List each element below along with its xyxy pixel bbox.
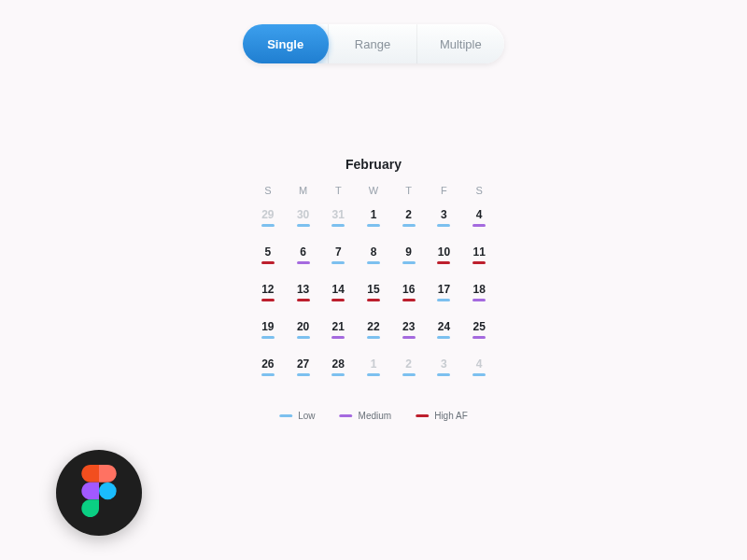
- calendar-day[interactable]: 13: [288, 284, 319, 308]
- intensity-indicator: [331, 299, 345, 301]
- intensity-indicator: [367, 336, 380, 339]
- intensity-indicator: [402, 373, 416, 376]
- intensity-indicator: [367, 261, 380, 264]
- day-number: 4: [476, 209, 483, 220]
- intensity-indicator: [261, 224, 275, 227]
- calendar-day[interactable]: 17: [429, 284, 460, 308]
- day-number: 2: [405, 209, 412, 220]
- intensity-indicator: [437, 373, 450, 376]
- calendar-day[interactable]: 16: [393, 284, 425, 308]
- mode-segmented-control[interactable]: Single Range Multiple: [243, 24, 504, 63]
- weekday-header: T: [322, 185, 354, 196]
- legend-item: High AF: [416, 411, 468, 421]
- intensity-indicator: [472, 336, 486, 339]
- calendar-day[interactable]: 12: [252, 284, 284, 308]
- intensity-indicator: [472, 224, 486, 227]
- weekday-header: T: [393, 185, 425, 196]
- day-number: 14: [332, 284, 345, 295]
- day-number: 18: [472, 284, 485, 295]
- day-number: 1: [371, 209, 377, 220]
- calendar-day[interactable]: 2: [393, 209, 425, 233]
- calendar-day[interactable]: 24: [429, 321, 460, 345]
- tab-range[interactable]: Range: [328, 24, 416, 63]
- calendar-day[interactable]: 14: [322, 284, 354, 308]
- calendar-day[interactable]: 22: [358, 321, 389, 345]
- calendar-day[interactable]: 7: [322, 246, 354, 271]
- calendar-day[interactable]: 10: [429, 246, 460, 271]
- calendar-day[interactable]: 4: [463, 209, 495, 233]
- day-number: 8: [371, 246, 377, 258]
- weekday-header: S: [463, 185, 495, 196]
- day-number: 20: [297, 321, 309, 332]
- calendar-grid: SMTWTFS293031123456789101112131415161718…: [252, 185, 495, 383]
- calendar-day[interactable]: 15: [358, 284, 389, 308]
- day-number: 17: [438, 284, 450, 295]
- intensity-indicator: [297, 261, 310, 264]
- legend-swatch: [416, 414, 429, 417]
- calendar-day: 29: [252, 209, 284, 233]
- intensity-indicator: [437, 336, 450, 339]
- calendar-day: 1: [358, 358, 389, 383]
- day-number: 23: [402, 321, 415, 332]
- day-number: 27: [297, 358, 309, 370]
- calendar-day[interactable]: 23: [393, 321, 425, 345]
- day-number: 13: [297, 284, 309, 295]
- day-number: 31: [332, 209, 345, 220]
- intensity-indicator: [402, 336, 416, 339]
- day-number: 5: [265, 246, 272, 258]
- day-number: 1: [371, 358, 377, 370]
- calendar-day[interactable]: 1: [358, 209, 389, 233]
- legend-swatch: [279, 414, 292, 417]
- calendar-day[interactable]: 11: [463, 246, 495, 271]
- day-number: 26: [261, 358, 274, 370]
- figma-badge[interactable]: [56, 450, 142, 536]
- intensity-indicator: [472, 299, 486, 301]
- weekday-header: F: [429, 185, 460, 196]
- intensity-indicator: [297, 336, 310, 339]
- intensity-indicator: [437, 261, 450, 264]
- calendar-day: 31: [322, 209, 354, 233]
- calendar-day: 3: [429, 358, 460, 383]
- legend-swatch: [340, 414, 353, 417]
- calendar-day[interactable]: 6: [288, 246, 319, 271]
- day-number: 9: [405, 246, 412, 258]
- day-number: 11: [472, 246, 485, 258]
- calendar-day[interactable]: 25: [463, 321, 495, 345]
- figma-icon: [81, 465, 117, 521]
- calendar-day[interactable]: 5: [252, 246, 284, 271]
- day-number: 4: [476, 358, 483, 370]
- weekday-header: W: [358, 185, 389, 196]
- day-number: 22: [367, 321, 379, 332]
- calendar-day[interactable]: 3: [429, 209, 460, 233]
- calendar: February SMTWTFS293031123456789101112131…: [252, 157, 495, 383]
- intensity-indicator: [331, 261, 345, 264]
- legend-label: Medium: [359, 411, 392, 421]
- day-number: 2: [405, 358, 412, 370]
- calendar-day[interactable]: 27: [288, 358, 319, 383]
- calendar-day[interactable]: 8: [358, 246, 389, 271]
- day-number: 10: [438, 246, 450, 258]
- tab-single[interactable]: Single: [243, 24, 329, 63]
- month-title: February: [252, 157, 495, 172]
- intensity-indicator: [261, 261, 275, 264]
- intensity-indicator: [402, 299, 416, 301]
- intensity-indicator: [261, 299, 275, 301]
- day-number: 6: [300, 246, 306, 258]
- calendar-day[interactable]: 9: [393, 246, 425, 271]
- day-number: 12: [261, 284, 274, 295]
- calendar-day[interactable]: 26: [252, 358, 284, 383]
- intensity-indicator: [261, 336, 275, 339]
- calendar-day[interactable]: 21: [322, 321, 354, 345]
- calendar-day[interactable]: 18: [463, 284, 495, 308]
- weekday-header: M: [288, 185, 319, 196]
- day-number: 28: [332, 358, 345, 370]
- calendar-day[interactable]: 28: [322, 358, 354, 383]
- calendar-day[interactable]: 20: [288, 321, 319, 345]
- intensity-indicator: [367, 373, 380, 376]
- calendar-day[interactable]: 19: [252, 321, 284, 345]
- day-number: 25: [472, 321, 485, 332]
- intensity-indicator: [472, 373, 486, 376]
- day-number: 30: [297, 209, 309, 220]
- tab-multiple[interactable]: Multiple: [416, 24, 504, 63]
- intensity-indicator: [331, 224, 345, 227]
